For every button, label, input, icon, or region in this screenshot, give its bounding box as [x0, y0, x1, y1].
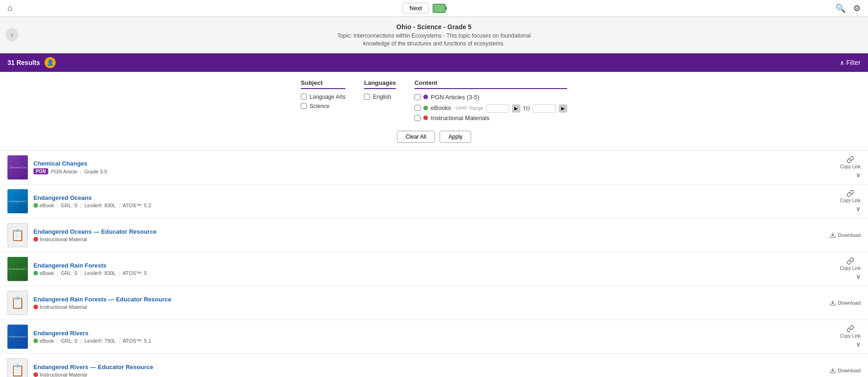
- level-to-input[interactable]: [533, 104, 556, 113]
- expand-button[interactable]: ∨: [856, 340, 861, 348]
- grl: GRL: S: [61, 270, 78, 276]
- expand-button[interactable]: ∨: [856, 205, 861, 212]
- download-label: Download: [838, 232, 861, 238]
- download-button[interactable]: Download: [829, 300, 861, 306]
- pgn-dot: [423, 95, 428, 99]
- clear-all-button[interactable]: Clear All: [397, 131, 435, 143]
- user-icon[interactable]: 👤: [45, 57, 56, 68]
- list-item: Chemical Cha Chemical Changes PGN PGN Ar…: [0, 151, 868, 185]
- subject-label: Subject: [301, 79, 345, 89]
- type-badge: eBook: [39, 338, 54, 344]
- type-badge: PGN Article: [51, 169, 78, 174]
- result-title[interactable]: Endangered Oceans — Educator Resource: [33, 228, 156, 235]
- page-subtitle: Topic: Interconnections within Ecosystem…: [7, 32, 861, 48]
- result-meta: PGN PGN Article | Grade 3-5: [33, 168, 813, 174]
- result-title[interactable]: Endangered Oceans: [33, 194, 92, 201]
- list-item: Endangered R Endangered Rivers eBook | G…: [0, 320, 868, 354]
- ebook-dot: [33, 203, 38, 208]
- instructional-dot: [423, 115, 428, 120]
- science-checkbox[interactable]: [301, 103, 307, 109]
- ebooks-dot: [423, 106, 428, 110]
- result-actions: Download: [819, 367, 861, 374]
- instruct-dot: [33, 305, 38, 309]
- result-actions: Copy Link ∨: [819, 257, 861, 280]
- result-actions: Copy Link ∨: [819, 325, 861, 348]
- lexile: Lexile®: 830L: [84, 270, 116, 276]
- level-from-input[interactable]: [486, 104, 509, 113]
- result-title[interactable]: Endangered Rivers: [33, 330, 89, 337]
- filter-panel: Subject Language Arts Science Languages …: [0, 72, 868, 151]
- result-title[interactable]: Chemical Changes: [33, 160, 87, 167]
- result-meta: Instructional Material: [33, 372, 813, 377]
- type-badge: Instructional Material: [40, 236, 87, 242]
- instruct-dot: [33, 237, 38, 242]
- expand-button[interactable]: ∨: [856, 171, 861, 179]
- result-info: Endangered Oceans — Educator Resource In…: [33, 228, 813, 242]
- science-checkbox-label[interactable]: Science: [301, 103, 345, 109]
- type-badge: eBook: [39, 203, 54, 208]
- result-info: Endangered Rivers — Educator Resource In…: [33, 364, 813, 377]
- result-thumbnail: Endangered O: [7, 189, 28, 213]
- copy-link-button[interactable]: Copy Link: [840, 156, 861, 169]
- pgn-articles-checkbox[interactable]: [415, 94, 421, 100]
- english-checkbox[interactable]: [364, 94, 370, 100]
- result-info: Endangered Oceans eBook | GRL: S | Lexil…: [33, 194, 813, 208]
- result-title[interactable]: Endangered Rain Forests — Educator Resou…: [33, 296, 171, 303]
- pgn-badge: PGN: [33, 168, 48, 174]
- type-badge: Instructional Material: [40, 372, 87, 377]
- level-to-arrow[interactable]: ▶: [559, 104, 567, 113]
- atos: ATOS™: 5: [123, 270, 147, 276]
- result-title[interactable]: Endangered Rain Forests: [33, 262, 106, 269]
- instruct-dot: [33, 372, 38, 377]
- language-arts-checkbox-label[interactable]: Language Arts: [301, 94, 345, 100]
- english-checkbox-label[interactable]: English: [364, 94, 396, 100]
- download-label: Download: [838, 300, 861, 306]
- search-icon[interactable]: 🔍: [836, 3, 846, 13]
- ebook-dot: [33, 271, 38, 275]
- result-title[interactable]: Endangered Rivers — Educator Resource: [33, 364, 153, 371]
- ebooks-checkbox[interactable]: [415, 105, 421, 111]
- settings-icon[interactable]: ⚙: [853, 3, 861, 13]
- result-info: Endangered Rain Forests eBook | GRL: S |…: [33, 262, 813, 276]
- copy-link-button[interactable]: Copy Link: [840, 325, 861, 339]
- battery-icon: [433, 4, 446, 13]
- header-section: ‹ Ohio - Science - Grade 5 Topic: Interc…: [0, 17, 868, 53]
- result-thumbnail: Endangered R: [7, 325, 28, 349]
- filter-columns: Subject Language Arts Science Languages …: [9, 79, 859, 124]
- copy-link-button[interactable]: Copy Link: [840, 257, 861, 271]
- result-info: Endangered Rain Forests — Educator Resou…: [33, 296, 813, 310]
- download-button[interactable]: Download: [829, 232, 861, 238]
- result-info: Endangered Rivers eBook | GRL: S | Lexil…: [33, 330, 813, 344]
- results-count: 31 Results: [7, 59, 40, 66]
- result-actions: Copy Link ∨: [819, 190, 861, 212]
- ebook-badge: eBook: [33, 203, 54, 208]
- copy-link-label: Copy Link: [840, 333, 861, 339]
- download-button[interactable]: Download: [829, 367, 861, 374]
- next-button[interactable]: Next: [402, 3, 429, 13]
- filter-bar: 31 Results 👤 ∧ Filter: [0, 53, 868, 72]
- ebooks-row: eBooks Level Range ▶ TO ▶: [415, 103, 567, 113]
- grade-badge: Grade 3-5: [84, 169, 107, 174]
- copy-link-label: Copy Link: [840, 198, 861, 203]
- instructional-row: Instructional Materials: [415, 115, 567, 121]
- expand-button[interactable]: ∨: [856, 273, 861, 280]
- list-item: Endangered O Endangered Oceans eBook | G…: [0, 185, 868, 218]
- results-list: Chemical Cha Chemical Changes PGN PGN Ar…: [0, 151, 868, 377]
- apply-button[interactable]: Apply: [440, 131, 471, 143]
- result-actions: Download: [819, 232, 861, 238]
- grl: GRL: S: [61, 203, 78, 208]
- copy-link-label: Copy Link: [840, 164, 861, 169]
- top-nav: ⌂ Next 🔍 ⚙: [0, 0, 868, 17]
- home-button[interactable]: ⌂: [7, 3, 13, 13]
- back-button[interactable]: ‹: [6, 28, 19, 41]
- result-thumbnail: 📋: [7, 223, 28, 247]
- list-item: Endangered R Endangered Rain Forests eBo…: [0, 252, 868, 286]
- language-arts-checkbox[interactable]: [301, 94, 307, 100]
- filter-button[interactable]: ∧ Filter: [840, 59, 861, 66]
- result-meta: eBook | GRL: S | Lexile®: 830L | ATOS™: …: [33, 203, 813, 208]
- result-actions: Copy Link ∨: [819, 156, 861, 179]
- level-from-arrow[interactable]: ▶: [512, 104, 520, 113]
- instructional-checkbox[interactable]: [415, 115, 421, 121]
- content-filter: Content PGN Articles (3-5) eBooks Level …: [415, 79, 567, 124]
- copy-link-button[interactable]: Copy Link: [840, 190, 861, 203]
